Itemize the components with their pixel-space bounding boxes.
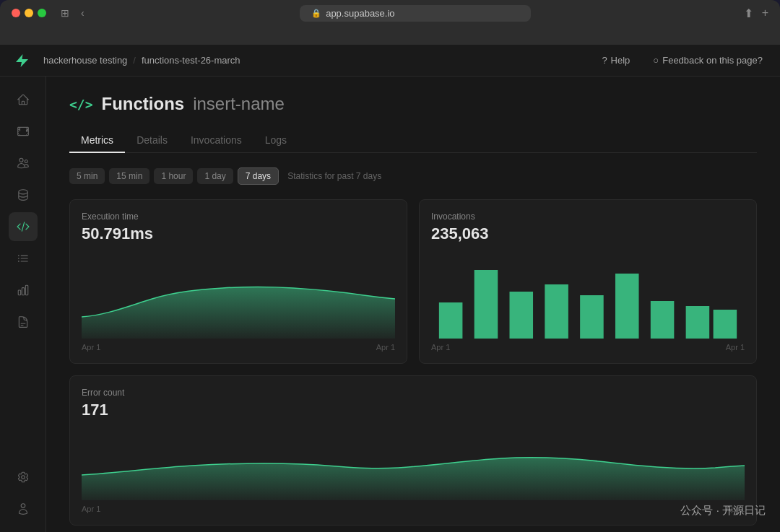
exec-date-start: Apr 1 [82, 343, 100, 352]
execution-time-value: 50.791ms [82, 224, 395, 243]
address-bar[interactable]: 🔒 app.supabase.io [93, 5, 738, 22]
url-input[interactable]: 🔒 app.supabase.io [300, 5, 531, 22]
filter-7days[interactable]: 7 days [238, 167, 279, 185]
sidebar-item-settings[interactable] [9, 463, 38, 492]
sidebar-item-user[interactable] [9, 494, 38, 523]
inv-date-start: Apr 1 [431, 343, 450, 352]
inv-date-end: Apr 1 [726, 343, 745, 352]
page-subtitle: insert-name [193, 94, 285, 114]
err-date-start: Apr 1 [82, 505, 100, 513]
tab-metrics[interactable]: Metrics [69, 128, 125, 153]
svg-rect-3 [545, 284, 568, 339]
feedback-button[interactable]: ○ Feedback on this page? [647, 52, 768, 69]
execution-time-label: Execution time [82, 212, 395, 222]
tab-invocations[interactable]: Invocations [179, 128, 254, 153]
sidebar-item-file[interactable] [9, 308, 38, 336]
sidebar-toggle-btn[interactable]: ⊞ [58, 6, 72, 20]
invocations-label: Invocations [431, 212, 745, 222]
error-count-dates: Apr 1 Apr 1 [82, 505, 745, 513]
functions-icon: </> [69, 97, 93, 112]
svg-rect-5 [615, 274, 639, 339]
watermark: 公众号 · 开源日记 [680, 504, 766, 518]
browser-controls: ⊞ ‹ [58, 6, 87, 20]
new-tab-btn[interactable]: + [762, 6, 768, 19]
sidebar-item-table-editor[interactable] [9, 117, 38, 146]
tabs-row: Metrics Details Invocations Logs [69, 128, 757, 153]
share-btn[interactable]: ⬆ [744, 6, 753, 20]
page-header: </> Functions insert-name [69, 94, 757, 114]
filter-1hour[interactable]: 1 hour [154, 168, 193, 184]
chart-card-execution-time: Execution time 50.791ms [69, 199, 407, 364]
svg-rect-6 [651, 301, 675, 339]
browser-chrome: ⊞ ‹ 🔒 app.supabase.io ⬆ + [0, 0, 780, 45]
breadcrumb-page[interactable]: functions-test-26-march [142, 55, 240, 66]
feedback-icon: ○ [653, 55, 659, 66]
tab-details[interactable]: Details [125, 128, 179, 153]
svg-rect-4 [580, 295, 604, 339]
breadcrumb: hackerhouse testing / functions-test-26-… [43, 55, 240, 66]
sidebar-item-reports[interactable] [9, 276, 38, 305]
charts-grid-top: Execution time 50.791ms [69, 199, 757, 364]
help-button[interactable]: ? Help [596, 52, 636, 69]
main-layout: </> Functions insert-name Metrics Detail… [0, 77, 780, 532]
traffic-lights [12, 9, 46, 17]
filter-row: 5 min 15 min 1 hour 1 day 7 days Statist… [69, 167, 757, 185]
sidebar-item-storage[interactable] [9, 180, 38, 209]
svg-rect-0 [439, 302, 463, 339]
url-text: app.supabase.io [326, 8, 394, 19]
supabase-logo[interactable] [12, 51, 32, 71]
back-btn[interactable]: ‹ [78, 6, 87, 20]
sidebar-item-functions[interactable] [9, 212, 38, 241]
minimize-button[interactable] [25, 9, 33, 17]
page-title: Functions [102, 94, 185, 114]
lock-icon: 🔒 [311, 9, 321, 18]
sidebar [0, 77, 46, 532]
filter-1day[interactable]: 1 day [197, 168, 233, 184]
error-count-label: Error count [82, 388, 745, 398]
top-nav: hackerhouse testing / functions-test-26-… [0, 45, 780, 77]
content-area: </> Functions insert-name Metrics Detail… [46, 77, 780, 532]
close-button[interactable] [12, 9, 20, 17]
breadcrumb-separator: / [133, 55, 136, 66]
tab-logs[interactable]: Logs [254, 128, 298, 153]
exec-date-end: Apr 1 [376, 343, 395, 352]
chart-card-invocations: Invocations 235,063 [419, 199, 757, 364]
error-count-chart [82, 428, 745, 500]
browser-actions: ⬆ + [744, 6, 768, 20]
svg-rect-1 [474, 270, 498, 339]
svg-rect-8 [714, 310, 737, 339]
sidebar-item-api[interactable] [9, 244, 38, 273]
invocations-chart [431, 252, 745, 339]
nav-actions: ? Help ○ Feedback on this page? [596, 52, 768, 69]
maximize-button[interactable] [38, 9, 46, 17]
error-count-value: 171 [82, 401, 745, 419]
execution-time-dates: Apr 1 Apr 1 [82, 343, 395, 352]
svg-rect-7 [686, 306, 710, 339]
filter-description: Statistics for past 7 days [287, 171, 381, 181]
breadcrumb-project[interactable]: hackerhouse testing [43, 55, 127, 66]
execution-time-chart [82, 252, 395, 339]
app-wrapper: hackerhouse testing / functions-test-26-… [0, 45, 780, 532]
svg-rect-2 [510, 292, 534, 339]
sidebar-item-auth[interactable] [9, 149, 38, 178]
chart-card-error-count: Error count 171 A [69, 375, 757, 526]
filter-15min[interactable]: 15 min [109, 168, 150, 184]
invocations-dates: Apr 1 Apr 1 [431, 343, 745, 352]
filter-5min[interactable]: 5 min [69, 168, 105, 184]
invocations-value: 235,063 [431, 224, 745, 243]
sidebar-item-home[interactable] [9, 85, 38, 114]
browser-titlebar: ⊞ ‹ 🔒 app.supabase.io ⬆ + [0, 0, 780, 26]
help-icon: ? [602, 55, 607, 66]
